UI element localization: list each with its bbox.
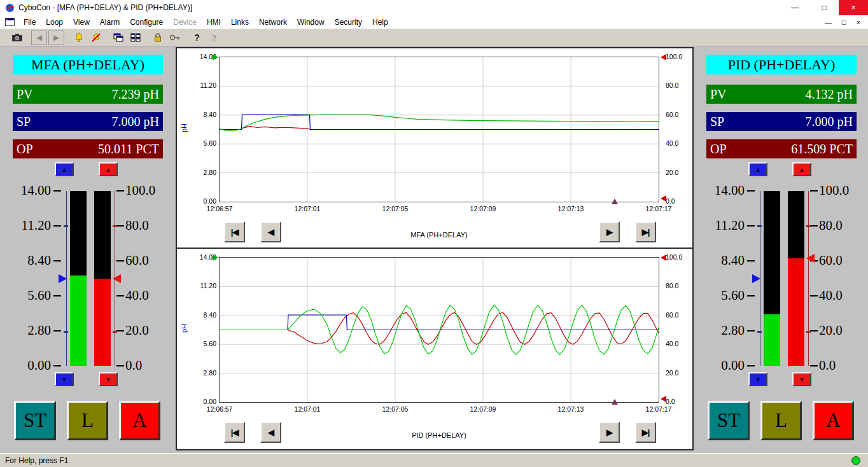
limit-tick-icon <box>757 331 762 333</box>
key-button[interactable] <box>167 31 183 45</box>
scale-tick-icon <box>116 330 124 331</box>
trend-charts: 14.0011.208.405.602.800.00100.080.060.04… <box>176 47 694 450</box>
op-scale-label: 100.0 <box>819 183 849 199</box>
y2-axis-tick-label: 80.0 <box>666 81 678 89</box>
minimize-button[interactable]: — <box>780 0 809 15</box>
x-axis-tick-label: 12:07:05 <box>376 405 414 413</box>
op-pen-top-icon <box>661 254 666 261</box>
scale-tick-icon <box>53 330 61 331</box>
y2-axis-tick-label: 60.0 <box>666 311 678 319</box>
menu-hmi[interactable]: HMI <box>202 16 226 29</box>
scale-tick-icon <box>747 225 755 227</box>
mdi-caption-buttons: — □ × <box>825 18 868 26</box>
y2-axis-tick-label: 20.0 <box>666 369 678 377</box>
scale-tick-icon <box>53 295 61 296</box>
menu-file[interactable]: File <box>18 16 41 29</box>
op-down-button[interactable]: ▼ <box>792 372 811 386</box>
pv-scale-label: 5.60 <box>694 288 745 303</box>
x-axis-tick-label: 12:07:01 <box>288 405 326 413</box>
local-mode-button[interactable]: L <box>760 401 802 440</box>
menu-links[interactable]: Links <box>226 16 254 29</box>
auto-mode-button[interactable]: A <box>119 401 160 440</box>
menubar: FileLoopViewAlarmConfigureDeviceHMILinks… <box>0 15 868 29</box>
menu-window[interactable]: Window <box>292 16 330 29</box>
pv-scale-label: 0.00 <box>0 358 51 373</box>
snapshot-button[interactable] <box>9 31 25 45</box>
menu-configure[interactable]: Configure <box>125 16 168 29</box>
op-pointer-icon[interactable] <box>806 254 815 263</box>
y-axis-title: pH <box>180 112 188 144</box>
pv-scale-label: 8.40 <box>0 253 51 268</box>
pv-bar <box>764 191 780 366</box>
pv-scale-label: 14.00 <box>694 183 745 199</box>
menu-alarm[interactable]: Alarm <box>95 16 125 29</box>
mdi-restore-button[interactable]: □ <box>842 18 846 26</box>
op-scale-label: 20.0 <box>819 323 843 338</box>
x-axis-tick-label: 12:07:17 <box>640 405 678 413</box>
alarm-ack-button[interactable] <box>88 31 104 45</box>
menu-security[interactable]: Security <box>330 16 367 29</box>
menu-help[interactable]: Help <box>367 16 393 29</box>
op-down-button[interactable]: ▼ <box>99 372 118 386</box>
alarm-bell-button[interactable] <box>71 31 87 45</box>
y2-axis-tick-label: 60.0 <box>666 111 678 118</box>
y2-axis-tick-label: 100.0 <box>666 53 682 60</box>
x-axis-tick-label: 12:07:05 <box>376 205 414 213</box>
faceplate-scale: 14.0011.208.405.602.800.00100.080.060.04… <box>694 47 868 450</box>
help-button[interactable]: ? <box>189 31 205 45</box>
x-axis-tick-label: 12:06:57 <box>200 205 239 213</box>
y-axis-tick-label: 2.80 <box>187 369 216 377</box>
down-arrow-icon: ▼ <box>105 376 111 383</box>
op-pointer-icon[interactable] <box>113 274 121 283</box>
menu-loop[interactable]: Loop <box>41 16 68 29</box>
y2-axis-tick-label: 40.0 <box>666 340 678 347</box>
context-help-button: ? <box>206 31 222 45</box>
st-mode-button[interactable]: ST <box>708 401 750 440</box>
y2-axis-tick-label: 80.0 <box>666 282 678 289</box>
time-cursor-icon <box>612 399 618 405</box>
chart-title: MFA (PH+DELAY) <box>220 231 659 239</box>
limit-tick-icon <box>64 331 68 333</box>
op-bar-fill <box>94 279 111 366</box>
lock-button[interactable] <box>150 31 165 45</box>
op-bar-fill <box>788 258 804 366</box>
pv-bar <box>70 191 87 366</box>
mdi-minimize-button[interactable]: — <box>825 18 832 26</box>
menu-device: Device <box>168 16 202 29</box>
sp-pointer-icon[interactable] <box>59 274 67 283</box>
mdi-close-button[interactable]: × <box>857 18 860 26</box>
nav-forward-button: ▶ <box>48 31 64 45</box>
sp-pointer-icon[interactable] <box>752 274 760 283</box>
maximize-button[interactable]: □ <box>809 0 839 15</box>
sp-down-button[interactable]: ▼ <box>55 372 74 386</box>
x-axis-tick-label: 12:07:09 <box>464 405 502 413</box>
y-axis-tick-label: 11.20 <box>187 282 216 289</box>
local-mode-button[interactable]: L <box>67 401 108 440</box>
nav-back-button: ◀ <box>31 31 47 45</box>
menu-view[interactable]: View <box>68 16 95 29</box>
nav-back-icon: ◀ <box>36 33 42 42</box>
scale-tick-icon <box>116 295 124 296</box>
st-mode-button[interactable]: ST <box>14 401 56 440</box>
scale-tick-icon <box>116 190 124 192</box>
sp-down-button[interactable]: ▼ <box>748 372 767 386</box>
close-button[interactable]: × <box>839 0 868 15</box>
op-scale-label: 40.0 <box>125 288 149 303</box>
scale-tick-icon <box>116 260 124 261</box>
caption-buttons: — □ × <box>780 0 868 15</box>
op-scale-label: 20.0 <box>125 323 149 338</box>
op-scale-label: 100.0 <box>125 183 155 199</box>
pv-scale-label: 14.00 <box>0 183 51 199</box>
help-icon: ? <box>194 32 200 43</box>
op-pen-bottom-icon <box>661 396 666 402</box>
limit-tick-icon <box>806 225 811 227</box>
nav-forward-icon: ▶ <box>53 33 59 42</box>
auto-mode-button[interactable]: A <box>813 401 854 440</box>
y-axis-tick-label: 8.40 <box>187 311 216 319</box>
tile-windows-button[interactable] <box>127 31 143 45</box>
scale-tick-icon <box>747 260 755 261</box>
op-scale-label: 60.0 <box>819 253 843 268</box>
op-scale-label: 80.0 <box>125 218 149 234</box>
cascade-windows-button[interactable] <box>110 31 126 45</box>
menu-network[interactable]: Network <box>254 16 292 29</box>
